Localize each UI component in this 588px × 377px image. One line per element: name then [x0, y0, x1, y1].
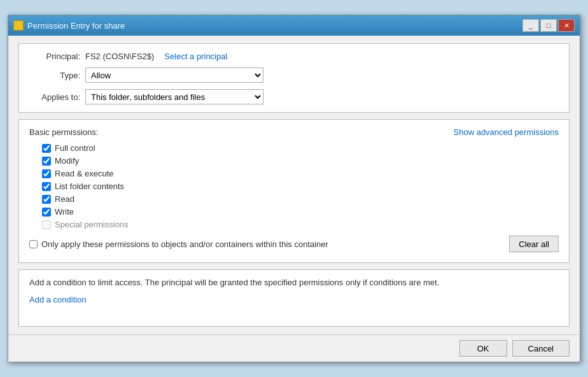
show-advanced-link[interactable]: Show advanced permissions	[454, 127, 559, 137]
checkbox-row-write: Write	[42, 207, 559, 217]
principal-label: Principal:	[29, 52, 80, 61]
principal-row: Principal: FS2 (COSN\FS2$) Select a prin…	[29, 52, 559, 61]
checkbox-write[interactable]	[42, 208, 51, 217]
ok-button[interactable]: OK	[459, 340, 507, 357]
label-special: Special permissions	[55, 220, 129, 229]
folder-icon	[13, 20, 24, 31]
select-principal-link[interactable]: Select a principal	[164, 52, 227, 61]
cancel-button[interactable]: Cancel	[512, 340, 570, 357]
label-write: Write	[55, 207, 74, 217]
principal-value: FS2 (COSN\FS2$)	[85, 52, 154, 61]
checkbox-list: Full control Modify Read & execute List …	[29, 143, 559, 229]
checkbox-row-read: Read	[42, 194, 559, 204]
clear-all-button[interactable]: Clear all	[509, 236, 559, 252]
restore-button[interactable]: □	[540, 19, 557, 32]
checkbox-special	[42, 220, 51, 229]
type-select[interactable]: Allow Deny	[85, 68, 263, 83]
label-list-folder: List folder contents	[55, 181, 124, 191]
label-read-execute: Read & execute	[55, 169, 114, 178]
checkbox-full-control[interactable]	[42, 144, 51, 153]
dialog-footer: OK Cancel	[8, 334, 580, 362]
dialog-body: Principal: FS2 (COSN\FS2$) Select a prin…	[8, 36, 580, 334]
add-condition-link[interactable]: Add a condition	[29, 295, 559, 304]
condition-section: Add a condition to limit access. The pri…	[18, 269, 570, 327]
applies-to-select[interactable]: This folder, subfolders and files This f…	[85, 89, 263, 104]
top-section: Principal: FS2 (COSN\FS2$) Select a prin…	[18, 43, 570, 113]
checkbox-list-folder[interactable]	[42, 182, 51, 191]
condition-description: Add a condition to limit access. The pri…	[29, 278, 559, 287]
checkbox-row-list-folder: List folder contents	[42, 181, 559, 191]
applies-to-label: Applies to:	[29, 92, 80, 102]
basic-permissions-label: Basic permissions:	[29, 127, 98, 137]
checkbox-row-modify: Modify	[42, 156, 559, 166]
type-label: Type:	[29, 71, 80, 80]
only-apply-row: Only apply these permissions to objects …	[29, 239, 328, 249]
label-full-control: Full control	[55, 143, 95, 153]
label-read: Read	[55, 194, 74, 204]
checkbox-read-execute[interactable]	[42, 169, 51, 178]
applies-to-row: Applies to: This folder, subfolders and …	[29, 89, 559, 104]
checkbox-row-special: Special permissions	[42, 220, 559, 229]
title-bar-left: Permission Entry for share	[13, 20, 125, 31]
dialog-title: Permission Entry for share	[27, 21, 125, 31]
title-bar: Permission Entry for share _ □ ✕	[8, 15, 580, 36]
checkbox-row-read-execute: Read & execute	[42, 169, 559, 178]
checkbox-row-full-control: Full control	[42, 143, 559, 153]
bottom-row: Only apply these permissions to objects …	[29, 233, 559, 255]
checkbox-read[interactable]	[42, 195, 51, 204]
dialog-window: Permission Entry for share _ □ ✕ Princip…	[8, 15, 580, 362]
close-button[interactable]: ✕	[558, 19, 575, 32]
checkbox-modify[interactable]	[42, 157, 51, 166]
minimize-button[interactable]: _	[522, 19, 539, 32]
label-modify: Modify	[55, 156, 79, 166]
only-apply-checkbox[interactable]	[29, 240, 38, 248]
permissions-section: Basic permissions: Show advanced permiss…	[18, 119, 570, 263]
permissions-header: Basic permissions: Show advanced permiss…	[29, 127, 559, 137]
only-apply-label: Only apply these permissions to objects …	[41, 239, 328, 249]
title-buttons: _ □ ✕	[522, 19, 575, 32]
type-row: Type: Allow Deny	[29, 68, 559, 83]
